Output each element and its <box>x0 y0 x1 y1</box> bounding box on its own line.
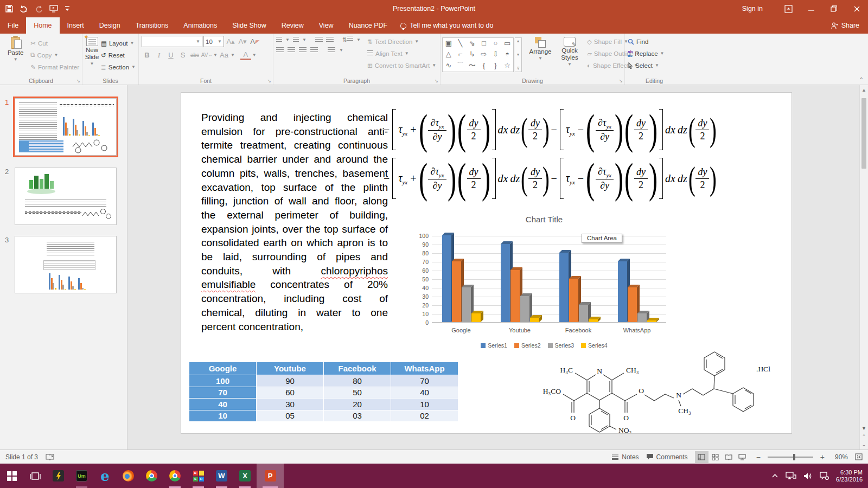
copy-button[interactable]: ⧉Copy▼ <box>30 49 79 61</box>
zoom-slider-knob[interactable] <box>793 454 795 460</box>
callout-shape-icon[interactable]: ◓ <box>505 50 509 58</box>
zoom-level[interactable]: 90% <box>832 453 848 461</box>
previous-slide-icon[interactable]: ⌃ <box>862 434 866 439</box>
equation-line-1[interactable]: −τyx+(∂τyx∂y)(dy2)dxdz(dy2)−τyx−(∂τyx∂y)… <box>382 107 717 152</box>
change-case-button[interactable]: Aa <box>219 49 229 61</box>
scribble-shape-icon[interactable]: ∿ <box>445 61 451 69</box>
table-cell[interactable]: 60 <box>257 387 324 399</box>
table-header-cell[interactable]: Youtube <box>257 362 324 375</box>
vertical-scrollbar[interactable]: ▲ ▼ ⌃ ⌄ <box>859 85 868 450</box>
justify-icon[interactable] <box>310 47 318 53</box>
fit-to-window-icon[interactable] <box>855 453 863 460</box>
select-button[interactable]: Select▼ <box>628 60 664 71</box>
align-left-icon[interactable] <box>276 47 284 53</box>
restore-button[interactable] <box>822 0 845 17</box>
increase-indent-icon[interactable] <box>326 37 334 43</box>
shapes-gallery[interactable]: ▣╲⇘□○▭ △⌐↳⇨⇩◓ ∿⌒〜{}☆ <box>442 37 514 72</box>
start-from-beginning-icon[interactable] <box>49 5 58 12</box>
slide-canvas[interactable]: Providing and injecting chemical emulsio… <box>127 85 868 450</box>
elbow-arrow-icon[interactable]: ↳ <box>469 50 475 58</box>
scroll-down-icon[interactable]: ▼ <box>861 426 866 431</box>
line-spacing-icon[interactable]: ⇅ <box>342 36 353 43</box>
redo-icon[interactable] <box>35 5 43 12</box>
equation-line-2[interactable]: −τyx+(∂τyx∂y)(dy2)dxdz(dy2)−τyx−(∂τyx∂y)… <box>382 156 717 201</box>
font-color-button[interactable]: A <box>240 50 251 60</box>
table-cell[interactable]: 10 <box>189 410 257 422</box>
table-cell[interactable]: 70 <box>189 387 257 399</box>
taskbar-capture-app[interactable]: BSR <box>187 464 210 488</box>
show-hidden-icons-chevron[interactable] <box>771 473 778 478</box>
new-slide-button[interactable]: New Slide▼ <box>84 35 100 67</box>
table-cell[interactable]: 100 <box>189 375 257 387</box>
tab-slide-show[interactable]: Slide Show <box>225 17 274 34</box>
shapes-gallery-scroll[interactable]: ▲▼⊽ <box>515 37 522 72</box>
slide-sorter-view-button[interactable] <box>709 451 722 463</box>
tab-animations[interactable]: Animations <box>176 17 225 34</box>
align-right-icon[interactable] <box>299 47 307 53</box>
rounded-rectangle-shape-icon[interactable]: ▭ <box>504 39 510 47</box>
replace-button[interactable]: abacReplace▼ <box>628 48 664 59</box>
data-table[interactable]: GoogleYoutubeFacebookWhatsApp10090807070… <box>189 362 458 422</box>
grow-font-icon[interactable]: A▴ <box>225 36 236 47</box>
taskbar-clock[interactable]: 6:30 PM 6/23/2016 <box>836 469 863 483</box>
table-cell[interactable]: 30 <box>257 399 324 410</box>
minimize-button[interactable] <box>800 0 822 17</box>
star-shape-icon[interactable]: ☆ <box>504 61 510 69</box>
table-cell[interactable]: 40 <box>189 399 257 410</box>
strikethrough-button[interactable]: S <box>177 49 188 61</box>
reset-button[interactable]: ↺Reset <box>101 49 136 61</box>
scroll-up-icon[interactable]: ▲ <box>861 85 866 95</box>
text-direction-button[interactable]: ⇅Text Direction▼ <box>367 36 436 47</box>
start-button[interactable] <box>0 464 23 488</box>
notes-button[interactable]: Notes <box>611 453 639 461</box>
quick-styles-button[interactable]: Quick Styles▼ <box>556 35 584 67</box>
character-spacing-button[interactable]: AV↔ <box>201 49 212 61</box>
table-header-cell[interactable]: Facebook <box>324 362 391 375</box>
layout-button[interactable]: ▤Layout▼ <box>101 37 136 49</box>
table-cell[interactable]: 80 <box>324 375 391 387</box>
sign-in-button[interactable]: Sign in <box>742 5 763 12</box>
align-text-button[interactable]: Align Text▼ <box>367 48 436 59</box>
ribbon-display-options-icon[interactable] <box>777 0 800 17</box>
numbering-icon[interactable] <box>293 37 299 43</box>
paragraph-dialog-launcher-icon[interactable]: ↘ <box>434 78 438 84</box>
reading-view-button[interactable] <box>722 451 736 463</box>
align-center-icon[interactable] <box>288 47 295 53</box>
bullets-icon[interactable] <box>276 37 282 43</box>
font-name-combo[interactable]: ▼ <box>142 36 202 47</box>
slide-thumbnail-panel[interactable]: 1 2 3 <box>0 85 127 450</box>
task-view-button[interactable] <box>23 464 47 488</box>
zoom-slider[interactable] <box>768 457 813 458</box>
thumbnail-slide-2[interactable] <box>15 168 117 225</box>
volume-icon[interactable] <box>803 472 813 480</box>
table-cell[interactable]: 90 <box>257 375 324 387</box>
next-slide-icon[interactable]: ⌄ <box>862 442 866 447</box>
table-cell[interactable]: 70 <box>391 375 458 387</box>
thumbnail-slide-3[interactable] <box>15 236 117 293</box>
convert-smartart-button[interactable]: ⊞Convert to SmartArt▼ <box>367 60 436 71</box>
taskbar-powerpoint-active[interactable]: P <box>257 464 284 488</box>
customize-qat-icon[interactable] <box>65 5 70 12</box>
taskbar-chrome-1[interactable] <box>140 464 163 488</box>
drawing-dialog-launcher-icon[interactable]: ↘ <box>618 78 623 84</box>
table-cell[interactable]: 20 <box>324 399 391 410</box>
decrease-indent-icon[interactable] <box>315 37 323 43</box>
table-cell[interactable]: 03 <box>324 410 391 422</box>
left-brace-shape-icon[interactable]: { <box>483 61 485 69</box>
close-button[interactable] <box>845 0 868 17</box>
clear-formatting-icon[interactable]: A◤ <box>249 36 260 47</box>
clipboard-dialog-launcher-icon[interactable]: ↘ <box>76 78 80 84</box>
slide-paragraph[interactable]: Providing and injecting chemical emulsio… <box>201 111 388 333</box>
share-button[interactable]: Share <box>822 17 868 34</box>
tell-me-box[interactable]: Tell me what you want to do <box>395 17 499 34</box>
slide-show-view-button[interactable] <box>736 451 749 463</box>
arrow-shape-icon[interactable]: ⇘ <box>469 39 475 47</box>
font-dialog-launcher-icon[interactable]: ↘ <box>267 78 271 84</box>
chart-object[interactable]: Chart Title 0102030405060708090100Google… <box>414 213 674 350</box>
format-painter-button[interactable]: ✎Format Painter <box>30 61 79 73</box>
underline-button[interactable]: U <box>165 49 176 61</box>
tab-view[interactable]: View <box>311 17 341 34</box>
font-size-combo[interactable]: 10▼ <box>203 36 224 47</box>
tab-home[interactable]: Home <box>26 17 59 34</box>
taskbar-winamp[interactable] <box>47 464 70 488</box>
